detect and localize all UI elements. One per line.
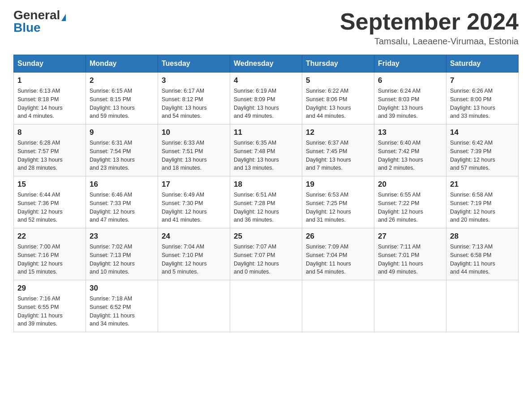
day-info: Sunrise: 6:17 AMSunset: 8:12 PMDaylight:… <box>162 87 226 120</box>
day-info: Sunrise: 6:44 AMSunset: 7:36 PMDaylight:… <box>17 191 82 224</box>
day-info: Sunrise: 6:46 AMSunset: 7:33 PMDaylight:… <box>90 191 154 224</box>
day-cell: 12Sunrise: 6:37 AMSunset: 7:45 PMDayligh… <box>302 124 374 176</box>
day-number: 20 <box>378 180 442 189</box>
day-info: Sunrise: 7:04 AMSunset: 7:10 PMDaylight:… <box>162 243 226 276</box>
calendar-table: SundayMondayTuesdayWednesdayThursdayFrid… <box>13 55 519 332</box>
day-number: 24 <box>162 232 226 241</box>
day-number: 5 <box>306 76 370 85</box>
day-info: Sunrise: 7:16 AMSunset: 6:55 PMDaylight:… <box>17 295 82 328</box>
column-header-tuesday: Tuesday <box>158 55 230 73</box>
day-number: 19 <box>306 180 370 189</box>
day-cell: 6Sunrise: 6:24 AMSunset: 8:03 PMDaylight… <box>374 73 446 124</box>
day-number: 25 <box>234 232 298 241</box>
day-info: Sunrise: 7:18 AMSunset: 6:52 PMDaylight:… <box>90 295 154 328</box>
logo-blue-line: Blue <box>13 21 41 34</box>
day-number: 9 <box>90 128 154 137</box>
day-info: Sunrise: 6:58 AMSunset: 7:19 PMDaylight:… <box>450 191 515 224</box>
day-cell <box>302 280 374 332</box>
day-cell: 25Sunrise: 7:07 AMSunset: 7:07 PMDayligh… <box>230 228 302 280</box>
page-header: General Blue September 2024 Tamsalu, Lae… <box>13 9 519 47</box>
day-number: 17 <box>162 180 226 189</box>
column-header-thursday: Thursday <box>302 55 374 73</box>
day-number: 4 <box>234 76 298 85</box>
day-number: 29 <box>17 284 82 293</box>
day-number: 16 <box>90 180 154 189</box>
day-info: Sunrise: 6:26 AMSunset: 8:00 PMDaylight:… <box>450 87 515 120</box>
day-number: 21 <box>450 180 515 189</box>
day-number: 11 <box>234 128 298 137</box>
day-cell: 28Sunrise: 7:13 AMSunset: 6:58 PMDayligh… <box>446 228 519 280</box>
day-cell: 30Sunrise: 7:18 AMSunset: 6:52 PMDayligh… <box>86 280 158 332</box>
day-number: 23 <box>90 232 154 241</box>
day-info: Sunrise: 6:55 AMSunset: 7:22 PMDaylight:… <box>378 191 442 224</box>
day-cell: 4Sunrise: 6:19 AMSunset: 8:09 PMDaylight… <box>230 73 302 124</box>
day-info: Sunrise: 6:51 AMSunset: 7:28 PMDaylight:… <box>234 191 298 224</box>
day-cell: 19Sunrise: 6:53 AMSunset: 7:25 PMDayligh… <box>302 176 374 228</box>
day-cell: 8Sunrise: 6:28 AMSunset: 7:57 PMDaylight… <box>14 124 86 176</box>
logo-triangle-icon <box>61 14 66 21</box>
day-info: Sunrise: 6:19 AMSunset: 8:09 PMDaylight:… <box>234 87 298 120</box>
title-block: September 2024 Tamsalu, Laeaene-Virumaa,… <box>340 9 519 47</box>
day-info: Sunrise: 6:40 AMSunset: 7:42 PMDaylight:… <box>378 139 442 172</box>
day-cell: 2Sunrise: 6:15 AMSunset: 8:15 PMDaylight… <box>86 73 158 124</box>
day-number: 27 <box>378 232 442 241</box>
day-info: Sunrise: 7:00 AMSunset: 7:16 PMDaylight:… <box>17 243 82 276</box>
week-row-2: 8Sunrise: 6:28 AMSunset: 7:57 PMDaylight… <box>14 124 519 176</box>
header-row: SundayMondayTuesdayWednesdayThursdayFrid… <box>14 55 519 73</box>
day-cell: 1Sunrise: 6:13 AMSunset: 8:18 PMDaylight… <box>14 73 86 124</box>
day-cell: 29Sunrise: 7:16 AMSunset: 6:55 PMDayligh… <box>14 280 86 332</box>
day-number: 13 <box>378 128 442 137</box>
week-row-3: 15Sunrise: 6:44 AMSunset: 7:36 PMDayligh… <box>14 176 519 228</box>
day-number: 6 <box>378 76 442 85</box>
day-cell: 14Sunrise: 6:42 AMSunset: 7:39 PMDayligh… <box>446 124 519 176</box>
day-cell: 17Sunrise: 6:49 AMSunset: 7:30 PMDayligh… <box>158 176 230 228</box>
day-info: Sunrise: 6:49 AMSunset: 7:30 PMDaylight:… <box>162 191 226 224</box>
week-row-1: 1Sunrise: 6:13 AMSunset: 8:18 PMDaylight… <box>14 73 519 124</box>
day-cell: 23Sunrise: 7:02 AMSunset: 7:13 PMDayligh… <box>86 228 158 280</box>
logo-blue-text: Blue <box>13 21 41 34</box>
day-info: Sunrise: 6:31 AMSunset: 7:54 PMDaylight:… <box>90 139 154 172</box>
day-cell: 21Sunrise: 6:58 AMSunset: 7:19 PMDayligh… <box>446 176 519 228</box>
day-number: 26 <box>306 232 370 241</box>
column-header-sunday: Sunday <box>14 55 86 73</box>
logo-general-text: General <box>13 8 60 22</box>
day-cell <box>230 280 302 332</box>
logo: General Blue <box>13 9 66 34</box>
calendar-header: SundayMondayTuesdayWednesdayThursdayFrid… <box>14 55 519 73</box>
day-number: 22 <box>17 232 82 241</box>
day-cell: 24Sunrise: 7:04 AMSunset: 7:10 PMDayligh… <box>158 228 230 280</box>
day-cell: 11Sunrise: 6:35 AMSunset: 7:48 PMDayligh… <box>230 124 302 176</box>
day-info: Sunrise: 6:13 AMSunset: 8:18 PMDaylight:… <box>17 87 82 120</box>
location-text: Tamsalu, Laeaene-Virumaa, Estonia <box>340 36 519 47</box>
day-cell: 26Sunrise: 7:09 AMSunset: 7:04 PMDayligh… <box>302 228 374 280</box>
day-number: 7 <box>450 76 515 85</box>
day-number: 28 <box>450 232 515 241</box>
week-row-4: 22Sunrise: 7:00 AMSunset: 7:16 PMDayligh… <box>14 228 519 280</box>
day-number: 14 <box>450 128 515 137</box>
day-number: 18 <box>234 180 298 189</box>
day-cell: 10Sunrise: 6:33 AMSunset: 7:51 PMDayligh… <box>158 124 230 176</box>
day-number: 8 <box>17 128 82 137</box>
day-cell: 27Sunrise: 7:11 AMSunset: 7:01 PMDayligh… <box>374 228 446 280</box>
day-number: 15 <box>17 180 82 189</box>
day-info: Sunrise: 7:02 AMSunset: 7:13 PMDaylight:… <box>90 243 154 276</box>
day-number: 3 <box>162 76 226 85</box>
day-info: Sunrise: 6:53 AMSunset: 7:25 PMDaylight:… <box>306 191 370 224</box>
day-info: Sunrise: 6:42 AMSunset: 7:39 PMDaylight:… <box>450 139 515 172</box>
day-cell: 15Sunrise: 6:44 AMSunset: 7:36 PMDayligh… <box>14 176 86 228</box>
day-cell: 3Sunrise: 6:17 AMSunset: 8:12 PMDaylight… <box>158 73 230 124</box>
calendar-body: 1Sunrise: 6:13 AMSunset: 8:18 PMDaylight… <box>14 73 519 332</box>
day-number: 1 <box>17 76 82 85</box>
day-number: 30 <box>90 284 154 293</box>
day-info: Sunrise: 6:15 AMSunset: 8:15 PMDaylight:… <box>90 87 154 120</box>
column-header-wednesday: Wednesday <box>230 55 302 73</box>
day-cell: 16Sunrise: 6:46 AMSunset: 7:33 PMDayligh… <box>86 176 158 228</box>
week-row-5: 29Sunrise: 7:16 AMSunset: 6:55 PMDayligh… <box>14 280 519 332</box>
day-cell <box>374 280 446 332</box>
day-info: Sunrise: 6:35 AMSunset: 7:48 PMDaylight:… <box>234 139 298 172</box>
logo-general-line: General <box>13 9 66 21</box>
day-cell <box>158 280 230 332</box>
day-cell: 7Sunrise: 6:26 AMSunset: 8:00 PMDaylight… <box>446 73 519 124</box>
day-info: Sunrise: 6:24 AMSunset: 8:03 PMDaylight:… <box>378 87 442 120</box>
day-cell: 5Sunrise: 6:22 AMSunset: 8:06 PMDaylight… <box>302 73 374 124</box>
